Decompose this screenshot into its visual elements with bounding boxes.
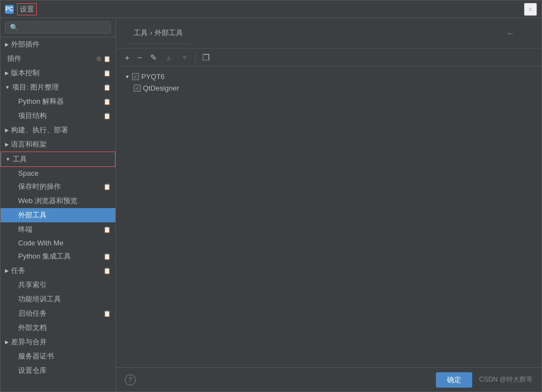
confirm-button[interactable]: 确定: [436, 372, 472, 388]
checkbox-pyqt6[interactable]: ✓: [132, 73, 139, 80]
sidebar-item-lang-framework[interactable]: ▶ 语言和框架: [1, 137, 115, 152]
sidebar-item-project-structure[interactable]: 项目结构 📋: [1, 109, 115, 123]
copy-icon-pi: 📋: [103, 98, 111, 105]
sidebar-item-space[interactable]: Space: [1, 167, 115, 180]
up-button[interactable]: ▲: [163, 52, 175, 63]
version-control-label: 版本控制: [11, 68, 40, 78]
sidebar-item-feature-training[interactable]: 功能培训工具: [1, 292, 115, 306]
sidebar-item-external-tools[interactable]: 外部工具: [1, 208, 115, 222]
chevron-right-icon-4: ▶: [5, 142, 9, 147]
terminal-label: 终端: [18, 225, 32, 234]
copy-icon-pyt: 📋: [103, 253, 111, 260]
startup-tasks-label: 启动任务: [18, 309, 47, 318]
checkbox-qtdesigner[interactable]: ✓: [134, 85, 141, 92]
breadcrumb-part1: 工具: [134, 29, 148, 37]
main-content: ▶ 外部插件 插件 ⚙ 📋 ▶ 版本控制 📋: [1, 18, 541, 391]
down-button[interactable]: ▼: [178, 52, 191, 63]
sidebar-item-startup-tasks[interactable]: 启动任务 📋: [1, 306, 115, 321]
main-panel: 工具 › 外部工具 ← → + − ✎ ▲ ▼ ❐: [116, 18, 541, 391]
pyqt6-label: PYQT6: [141, 72, 165, 81]
title-bar-left: PC 设置: [5, 3, 37, 15]
bottom-right: 确定 CSDN @特大辉哥: [436, 372, 533, 388]
sidebar-item-build-exec[interactable]: ▶ 构建、执行、部署: [1, 123, 115, 137]
sidebar-item-tools[interactable]: ▼ 工具: [1, 152, 115, 167]
tasks-label: 任务: [11, 266, 25, 276]
sidebar-item-save-actions[interactable]: 保存时的操作 📋: [1, 180, 115, 194]
nav-arrows: ← →: [504, 27, 533, 40]
sidebar-item-python-interpreter[interactable]: Python 解释器 📋: [1, 94, 115, 109]
sidebar-item-terminal[interactable]: 终端 📋: [1, 222, 115, 237]
breadcrumb-row: 工具 › 外部工具 ← →: [116, 18, 541, 49]
copy-icon-t: 📋: [103, 226, 111, 233]
python-interpreter-label: Python 解释器: [18, 97, 64, 107]
back-button[interactable]: ←: [504, 27, 517, 40]
sidebar-item-external-docs[interactable]: 外部文档: [1, 321, 115, 335]
qtdesigner-label: QtDesigner: [143, 84, 179, 92]
watermark: CSDN @特大辉哥: [479, 375, 533, 384]
forward-button[interactable]: →: [519, 27, 533, 40]
settings-dialog: PC 设置 × ▶ 外部插件 插件: [0, 0, 542, 392]
plugins-label: 插件: [7, 54, 21, 64]
external-docs-label: 外部文档: [18, 323, 47, 333]
sidebar-item-web-browser[interactable]: Web 浏览器和预览: [1, 194, 115, 208]
space-label: Space: [18, 169, 38, 177]
sidebar-item-code-with-me[interactable]: Code With Me: [1, 237, 115, 249]
code-with-me-label: Code With Me: [18, 239, 63, 247]
lang-framework-label: 语言和框架: [11, 139, 47, 149]
breadcrumb: 工具 › 外部工具: [125, 23, 192, 44]
sidebar-item-external-plugins[interactable]: ▶ 外部插件: [1, 37, 115, 52]
bottom-bar: ? 确定 CSDN @特大辉哥: [116, 367, 541, 391]
copy-icon-ps: 📋: [103, 113, 111, 120]
shared-index-label: 共享索引: [18, 280, 47, 290]
project-structure-label: 项目结构: [18, 111, 47, 121]
copy-icon-st: 📋: [103, 310, 111, 317]
project-label: 项目: 图片整理: [12, 82, 59, 92]
title-bar-text: 设置: [17, 3, 37, 15]
sidebar-items: ▶ 外部插件 插件 ⚙ 📋 ▶ 版本控制 📋: [1, 37, 115, 378]
feature-training-label: 功能培训工具: [18, 294, 61, 304]
toolbar-separator: [195, 53, 196, 62]
close-button[interactable]: ×: [524, 3, 537, 16]
sidebar-label-external-plugins: 外部插件: [11, 40, 40, 49]
chevron-right-icon-diff: ▶: [5, 339, 9, 345]
sidebar-item-tasks[interactable]: ▶ 任务 📋: [1, 264, 115, 278]
sidebar-item-python-integrated[interactable]: Python 集成工具 📋: [1, 249, 115, 264]
breadcrumb-separator: ›: [150, 29, 154, 37]
copy-icon-tasks: 📋: [103, 267, 111, 275]
app-icon: PC: [5, 5, 14, 14]
sidebar-item-diff-merge[interactable]: ▶ 差异与合并: [1, 335, 115, 349]
sidebar-item-version-control[interactable]: ▶ 版本控制 📋: [1, 66, 115, 80]
external-tools-label: 外部工具: [18, 210, 47, 220]
sidebar-item-plugins[interactable]: 插件 ⚙ 📋: [1, 52, 115, 66]
search-input[interactable]: [5, 21, 111, 33]
diff-merge-label: 差异与合并: [11, 337, 47, 347]
sidebar-item-shared-index[interactable]: 共享索引: [1, 278, 115, 292]
help-button[interactable]: ?: [125, 374, 136, 385]
settings-repo-label: 设置仓库: [18, 366, 47, 376]
search-bar: [1, 18, 115, 37]
save-actions-label: 保存时的操作: [18, 182, 61, 192]
sidebar-item-server-cert[interactable]: 服务器证书: [1, 349, 115, 363]
build-exec-label: 构建、执行、部署: [11, 125, 68, 135]
copy-icon-project: 📋: [103, 84, 111, 91]
copy-icon-vc: 📋: [103, 70, 111, 77]
sidebar-item-project[interactable]: ▼ 项目: 图片整理 📋: [1, 80, 115, 94]
tree-item-pyqt6[interactable]: ▼ ✓ PYQT6: [123, 71, 535, 82]
tree-item-qtdesigner[interactable]: ✓ QtDesigner: [123, 82, 535, 94]
title-bar: PC 设置 ×: [1, 1, 541, 18]
python-integrated-label: Python 集成工具: [18, 251, 71, 261]
web-browser-label: Web 浏览器和预览: [18, 196, 78, 206]
add-button[interactable]: +: [123, 52, 132, 63]
chevron-down-icon-tools: ▼: [5, 156, 10, 162]
copy-button[interactable]: ❐: [200, 52, 212, 63]
chevron-right-icon-2: ▶: [5, 70, 9, 76]
sidebar: ▶ 外部插件 插件 ⚙ 📋 ▶ 版本控制 📋: [1, 18, 116, 391]
remove-button[interactable]: −: [135, 52, 145, 63]
copy-icon-sa: 📋: [103, 183, 111, 191]
gear-icon: ⚙ 📋: [96, 55, 111, 63]
sidebar-item-settings-repo[interactable]: 设置仓库: [1, 363, 115, 378]
server-cert-label: 服务器证书: [18, 351, 54, 361]
toolbar: + − ✎ ▲ ▼ ❐: [116, 49, 541, 66]
tools-label: 工具: [13, 154, 27, 164]
edit-button[interactable]: ✎: [148, 52, 159, 63]
